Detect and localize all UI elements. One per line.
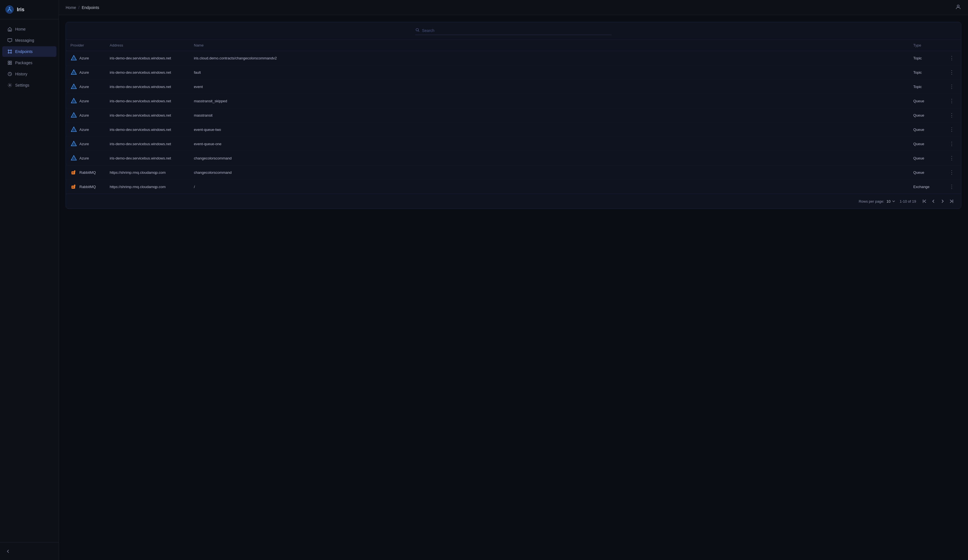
table-header-row: Provider Address Name Type <box>66 40 961 51</box>
sidebar-item-messaging[interactable]: Messaging <box>2 35 56 46</box>
table-row: Azure iris-demo-dev.servicebus.windows.n… <box>66 79 961 94</box>
cell-address: iris-demo-dev.servicebus.windows.net <box>105 79 189 94</box>
row-more-button[interactable]: ⋮ <box>947 169 956 176</box>
cell-name: event-queue-two <box>189 122 909 137</box>
svg-point-16 <box>957 5 959 7</box>
svg-point-17 <box>416 28 419 31</box>
rows-per-page-select[interactable]: 5102550 <box>886 199 895 203</box>
settings-icon <box>7 83 12 88</box>
cell-type: Queue <box>909 151 943 165</box>
col-header-actions <box>943 40 961 51</box>
sidebar-bottom <box>0 542 59 560</box>
last-page-button[interactable] <box>948 198 955 205</box>
azure-icon <box>71 98 77 104</box>
cell-address: https://shrimp.rmq.cloudamqp.com <box>105 180 189 194</box>
rows-per-page-control: Rows per page: 5102550 <box>859 199 895 203</box>
cell-actions: ⋮ <box>943 108 961 122</box>
table-row: Azure iris-demo-dev.servicebus.windows.n… <box>66 151 961 165</box>
svg-point-37 <box>72 172 73 173</box>
first-page-button[interactable] <box>921 198 928 205</box>
svg-rect-10 <box>8 61 10 63</box>
sidebar: Iris Home Messaging <box>0 0 59 560</box>
cell-type: Topic <box>909 79 943 94</box>
svg-rect-13 <box>10 63 12 64</box>
search-icon <box>415 28 420 33</box>
provider-icon <box>70 97 77 104</box>
prev-page-button[interactable] <box>930 198 937 205</box>
cell-provider: Azure <box>66 122 105 137</box>
sidebar-item-packages[interactable]: Packages <box>2 58 56 68</box>
rows-per-page-label: Rows per page: <box>859 199 884 203</box>
cell-actions: ⋮ <box>943 180 961 194</box>
row-more-button[interactable]: ⋮ <box>947 140 956 147</box>
row-more-button[interactable]: ⋮ <box>947 183 956 190</box>
table-body: Azure iris-demo-dev.servicebus.windows.n… <box>66 51 961 194</box>
row-more-button[interactable]: ⋮ <box>947 112 956 119</box>
provider-name: Azure <box>80 142 89 146</box>
svg-rect-42 <box>72 186 73 187</box>
provider-name: Azure <box>80 56 89 60</box>
cell-name: masstransit <box>189 108 909 122</box>
cell-name: masstransit_skipped <box>189 94 909 108</box>
table-row: RabbitMQ https://shrimp.rmq.cloudamqp.co… <box>66 180 961 194</box>
home-icon <box>7 26 12 32</box>
provider-name: RabbitMQ <box>80 170 96 175</box>
row-more-button[interactable]: ⋮ <box>947 83 956 90</box>
breadcrumb-home[interactable]: Home <box>66 5 76 10</box>
sidebar-item-history[interactable]: History <box>2 69 56 79</box>
cell-name: event <box>189 79 909 94</box>
azure-icon <box>71 84 77 90</box>
cell-actions: ⋮ <box>943 151 961 165</box>
sidebar-item-home[interactable]: Home <box>2 24 56 35</box>
row-more-button[interactable]: ⋮ <box>947 126 956 133</box>
provider-name: RabbitMQ <box>80 185 96 189</box>
cell-type: Queue <box>909 137 943 151</box>
svg-line-18 <box>418 31 419 32</box>
history-icon <box>7 71 12 76</box>
cell-name: fault <box>189 65 909 79</box>
next-page-button[interactable] <box>938 198 946 205</box>
sidebar-item-settings[interactable]: Settings <box>2 80 56 91</box>
page-nav-buttons <box>921 198 955 205</box>
provider-icon <box>70 183 77 190</box>
header: Home / Endpoints <box>59 0 968 15</box>
sidebar-logo: Iris <box>0 0 59 19</box>
packages-icon <box>7 60 12 65</box>
endpoints-table: Provider Address Name Type Azure iris-de… <box>66 40 961 194</box>
rabbitmq-icon <box>71 183 77 190</box>
app-logo-icon <box>5 5 14 14</box>
provider-icon <box>70 126 77 133</box>
cell-provider: Azure <box>66 51 105 65</box>
azure-icon <box>71 112 77 118</box>
search-input[interactable] <box>422 28 612 33</box>
row-more-button[interactable]: ⋮ <box>947 55 956 62</box>
provider-name: Azure <box>80 99 89 103</box>
azure-icon <box>71 126 77 132</box>
main-content: Home / Endpoints <box>59 0 968 560</box>
table-row: Azure iris-demo-dev.servicebus.windows.n… <box>66 51 961 65</box>
sidebar-item-endpoints[interactable]: Endpoints <box>2 46 56 57</box>
breadcrumb-separator: / <box>78 5 80 10</box>
provider-icon <box>70 140 77 147</box>
table-row: Azure iris-demo-dev.servicebus.windows.n… <box>66 122 961 137</box>
collapse-button[interactable] <box>5 547 54 555</box>
row-more-button[interactable]: ⋮ <box>947 69 956 76</box>
cell-address: iris-demo-dev.servicebus.windows.net <box>105 137 189 151</box>
provider-icon <box>70 83 77 90</box>
prev-page-icon <box>931 199 936 203</box>
svg-rect-36 <box>74 170 75 172</box>
next-page-icon <box>940 199 945 203</box>
provider-icon <box>70 69 77 76</box>
cell-provider: Azure <box>66 108 105 122</box>
cell-address: https://shrimp.rmq.cloudamqp.com <box>105 165 189 180</box>
azure-icon <box>71 55 77 61</box>
cell-provider: Azure <box>66 137 105 151</box>
row-more-button[interactable]: ⋮ <box>947 97 956 104</box>
row-more-button[interactable]: ⋮ <box>947 154 956 162</box>
svg-rect-40 <box>74 185 75 187</box>
svg-point-5 <box>11 53 12 53</box>
user-icon <box>955 4 961 10</box>
cell-name: changecolorscommand <box>189 151 909 165</box>
user-menu-button[interactable] <box>955 4 961 11</box>
col-header-address: Address <box>105 40 189 51</box>
